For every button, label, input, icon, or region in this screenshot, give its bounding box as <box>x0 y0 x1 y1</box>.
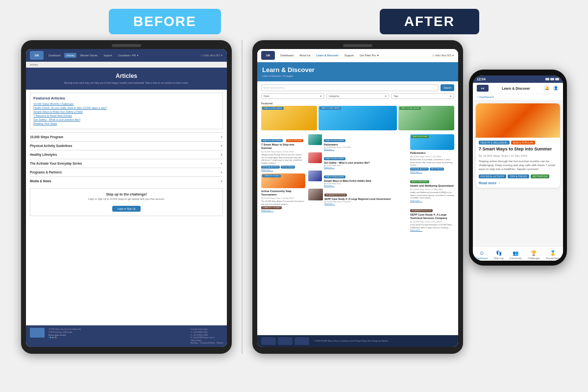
phone-time: 12:04 <box>477 77 486 81</box>
featured-link-1[interactable]: 10,000 Steps Monthly Challenges <box>33 102 220 105</box>
after-screen: 10K Dashboard About Us Learn & Discover … <box>257 49 458 347</box>
mid-article-sunsafety-readmore[interactable]: Read more → <box>324 167 370 169</box>
after-nav-getfitter[interactable]: Get Fitter Pro ▼ <box>358 53 381 58</box>
before-footer-contact: Contact InformationT: +61 8 8941 9191F: … <box>191 328 223 344</box>
phone-nav-title: Learn & Discover <box>502 87 530 90</box>
after-search-input[interactable]: Enter search terms... <box>261 84 439 91</box>
accordion-label-10k: 10,000 Steps Program <box>30 135 63 139</box>
accordion-arrow-activate: ▼ <box>220 162 223 165</box>
accordion-activate[interactable]: The Activate Your Everyday Series ▼ <box>30 159 223 168</box>
phone-nav-icons: 🔔 👤 <box>543 85 559 92</box>
after-nav-about[interactable]: About Us <box>298 53 312 58</box>
before-cta-button[interactable]: Login or Sign Up <box>112 206 140 212</box>
after-phone: 12:04 10K Learn & Discover 🔔 👤 <box>469 70 567 266</box>
before-logo: 10K <box>30 51 44 60</box>
after-footer: © 2024 10,000 Steps | Terms, Conditions … <box>257 335 458 347</box>
accordion-arrow-healthy: ▼ <box>220 153 223 156</box>
before-nav-countdown[interactable]: Countdown: 448 ▼ <box>116 53 141 58</box>
filter-tags[interactable]: Tags ▼ <box>391 93 454 99</box>
mid-article-sepp3-readmore[interactable]: Read more → <box>324 203 391 205</box>
bell-icon[interactable]: 🔔 <box>543 85 550 92</box>
before-cta-box: Step up to the challenge! Login or Sign … <box>30 188 223 216</box>
steplog-icon: 👣 <box>494 249 503 256</box>
right-article-pedometers-readmore[interactable]: Read more → <box>410 171 454 173</box>
right-article-hwq-meta: By 10,000 Steps Team | 27 May 2024 <box>410 188 454 191</box>
filter-categories[interactable]: Categories ▼ <box>326 93 390 99</box>
phone-article-top-tags: HEALTH & WELLBEING NEW & POPULAR <box>479 141 557 145</box>
phone-article-meta: By 10,000 Steps Team | 12 Dec 2024 <box>479 154 557 157</box>
phone-nav-tournaments-label: Tournaments <box>546 257 560 260</box>
after-footer-logo-3 <box>294 337 309 345</box>
before-cta-text: Login or Sign Up to 10,000 Steps to get … <box>34 197 219 200</box>
featured-link-6[interactable]: Reading Your Steps <box>33 122 220 125</box>
featured-link-2[interactable]: Health Check: do you really need to take… <box>33 106 220 109</box>
phone-bottom-tag-3: MOTIVATION <box>531 174 549 178</box>
mid-article-sepp3: ORGANISATIONS IN FOCUS SEPP Case Study 3… <box>308 189 407 205</box>
right-article-pedometers-text: A pedometer is a portable, wrist-fitted,… <box>410 158 454 167</box>
after-nav-learn[interactable]: Learn & Discover <box>315 53 340 58</box>
right-article-hwq-readmore[interactable]: Read more → <box>410 199 454 202</box>
accordion-physical[interactable]: Physical Activity Guidelines ▼ <box>30 141 223 150</box>
article-mini-community-readmore[interactable]: Read more → <box>261 209 305 212</box>
right-article-sepp4-title: SEPP Case Study 4: A Large Technical Ser… <box>410 213 454 220</box>
user-icon[interactable]: 👤 <box>552 85 559 92</box>
after-footer-logos <box>261 337 309 345</box>
after-article-columns: HEALTH & WELLBEING NEW & POPULAR 7 Smart… <box>257 134 458 335</box>
right-article-sepp4-tag: ORGANISATIONS IN FOCUS <box>410 209 433 212</box>
accordion-10k[interactable]: 10,000 Steps Program ▼ <box>30 132 223 141</box>
phone-readmore[interactable]: Read more → <box>479 181 557 185</box>
right-article-hwq-text: Health and Wellbeing Queensland (HWQ) is… <box>410 191 454 199</box>
after-hero-title: Learn & Discover <box>262 66 453 74</box>
after-nav-user[interactable]: ⬡ Hello Nina 583 ▼ <box>432 54 454 57</box>
phone-nav-dashboard[interactable]: ⊙ Dashboard <box>476 249 488 260</box>
right-article-pedometers-img: HEALTH & POPULAR <box>410 134 454 150</box>
accordion-media[interactable]: Media & News ▼ <box>30 176 223 185</box>
after-nav-support[interactable]: Support <box>343 53 355 58</box>
phone-nav-steplog[interactable]: 👣 Step Log <box>494 249 504 260</box>
featured-articles-box: Featured Articles 10,000 Steps Monthly C… <box>30 93 223 129</box>
accordion-healthy[interactable]: Healthy Lifestyles ▼ <box>30 150 223 159</box>
article-mini-summer-tag: HEALTH & WELLBEING <box>261 139 283 142</box>
before-hero: Articles Moving more each day can help y… <box>26 68 227 90</box>
after-search-button[interactable]: Search <box>441 84 454 91</box>
phone-bottom-tag-2: TIPS & TRICKS <box>508 174 529 178</box>
article-mini-summer-readmore[interactable]: Read more → <box>261 169 305 171</box>
phone-breadcrumb[interactable]: < Dashboard <box>473 94 563 100</box>
after-hero: Learn & Discover Learn & Discover / 42 p… <box>257 62 458 81</box>
accordion-arrow-programs: ▼ <box>220 171 223 174</box>
right-article-pedometers: HEALTH & POPULAR Pedometers By 10,000 St… <box>410 134 454 173</box>
after-col-right: HEALTH & POPULAR Pedometers By 10,000 St… <box>410 134 454 335</box>
filter-dates-arrow: ▼ <box>319 95 321 98</box>
mid-article-habits-readmore[interactable]: Read more → <box>324 185 371 187</box>
right-article-pedometers-title: Pedometers <box>410 151 454 155</box>
after-search-bar: Enter search terms... Search <box>261 84 454 91</box>
after-featured-images: HEALTH & WELLBEING HEALTH & WELLBEING HE… <box>257 106 458 132</box>
before-nav-stories[interactable]: Member Stories <box>78 53 99 58</box>
mid-article-habits: HEALTH & WELLBEING Simple Ways to Make A… <box>308 171 407 187</box>
mid-article-sepp3-inner: ORGANISATIONS IN FOCUS SEPP Case Study 3… <box>308 189 407 205</box>
before-cta-title: Step up to the challenge! <box>34 193 219 196</box>
before-nav-dashboard[interactable]: Dashboard <box>47 53 62 58</box>
phone-tag-hw: HEALTH & WELLBEING <box>479 141 510 145</box>
article-mini-summer-title: 7 Smart Ways to Step into Summer <box>261 143 305 150</box>
signal-icon <box>545 78 549 80</box>
featured-link-4[interactable]: 7 Reasons to Read New Articles <box>33 114 220 117</box>
phone-nav-challenges[interactable]: 🏆 Challenges <box>528 249 540 260</box>
featured-link-5[interactable]: Sun Safety - What is your practice like? <box>33 118 220 121</box>
right-article-sepp4-readmore[interactable]: Read more → <box>410 229 454 231</box>
phone-nav-community[interactable]: 👥 Community <box>510 249 522 260</box>
filter-dates[interactable]: Dates ▼ <box>261 93 324 99</box>
mid-article-pedometers-readmore[interactable]: Read more → <box>324 148 351 150</box>
after-nav-dashboard[interactable]: Dashboard <box>279 53 295 58</box>
before-nav-support[interactable]: Support <box>101 53 114 58</box>
phone-nav-tournaments[interactable]: 🥇 Tournaments <box>546 249 560 260</box>
comparison-labels: BEFORE AFTER <box>0 0 588 40</box>
featured-link-3[interactable]: Simple Steps to Make Sun Safety a Habit <box>33 110 220 113</box>
before-nav-articles[interactable]: Articles <box>64 53 76 58</box>
accordion-programs[interactable]: Programs & Partners ▼ <box>30 168 223 176</box>
before-content: Featured Articles 10,000 Steps Monthly C… <box>26 90 227 325</box>
filter-dates-label: Dates <box>264 95 270 98</box>
featured-img-3-tag: HEALTH & WELLBEING <box>399 107 421 110</box>
phone-article-title: 7 Smart Ways to Step into Summer <box>479 147 557 152</box>
before-nav-user[interactable]: ⬡ Hello Nina 583 ▼ <box>201 54 223 57</box>
